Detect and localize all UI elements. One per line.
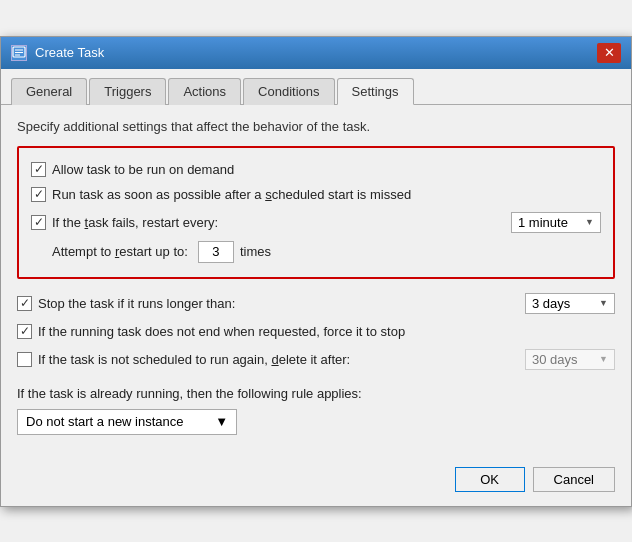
tab-general[interactable]: General (11, 78, 87, 105)
allow-demand-row: Allow task to be run on demand (31, 158, 601, 181)
stop-long-checkbox[interactable] (17, 296, 32, 311)
rule-select[interactable]: Do not start a new instance ▼ (17, 409, 237, 435)
restart-interval-control: 1 minute ▼ (511, 212, 601, 233)
delete-after-control: 30 days ▼ (525, 349, 615, 370)
tab-actions[interactable]: Actions (168, 78, 241, 105)
title-bar-left: Create Task (11, 45, 104, 61)
force-stop-label: If the running task does not end when re… (38, 324, 405, 339)
close-button[interactable]: ✕ (597, 43, 621, 63)
restart-fails-label: If the task fails, restart every: (52, 215, 218, 230)
delete-underline: d (271, 352, 278, 367)
highlighted-settings-group: Allow task to be run on demand Run task … (17, 146, 615, 279)
restart-interval-value: 1 minute (518, 215, 568, 230)
delete-after-arrow: ▼ (599, 354, 608, 364)
run-missed-checkbox[interactable] (31, 187, 46, 202)
delete-after-checkbox[interactable] (17, 352, 32, 367)
delete-after-row: If the task is not scheduled to run agai… (17, 345, 615, 374)
delete-after-label: If the task is not scheduled to run agai… (38, 352, 350, 367)
stop-long-value: 3 days (532, 296, 570, 311)
rule-select-value: Do not start a new instance (26, 414, 184, 429)
run-missed-label: Run task as soon as possible after a sch… (52, 187, 411, 202)
restart-interval-select[interactable]: 1 minute ▼ (511, 212, 601, 233)
force-stop-checkbox[interactable] (17, 324, 32, 339)
restart-attempt-input[interactable] (198, 241, 234, 263)
delete-after-value: 30 days (532, 352, 578, 367)
title-text: Create Task (35, 45, 104, 60)
tab-bar: General Triggers Actions Conditions Sett… (1, 69, 631, 105)
dialog-footer: OK Cancel (1, 457, 631, 506)
stop-long-wrap: Stop the task if it runs longer than: (17, 296, 515, 311)
run-missed-row: Run task as soon as possible after a sch… (31, 183, 601, 206)
restart-interval-arrow: ▼ (585, 217, 594, 227)
stop-long-arrow: ▼ (599, 298, 608, 308)
stop-long-select[interactable]: 3 days ▼ (525, 293, 615, 314)
rule-select-arrow: ▼ (215, 414, 228, 429)
description-text: Specify additional settings that affect … (17, 119, 615, 134)
restart-attempt-control: times (198, 241, 271, 263)
run-missed-wrap: Run task as soon as possible after a sch… (31, 187, 601, 202)
create-task-dialog: Create Task ✕ General Triggers Actions C… (0, 36, 632, 507)
tab-settings[interactable]: Settings (337, 78, 414, 105)
title-bar: Create Task ✕ (1, 37, 631, 69)
rule-label: If the task is already running, then the… (17, 380, 615, 405)
force-stop-wrap: If the running task does not end when re… (17, 324, 615, 339)
restart-underline: r (115, 244, 119, 259)
allow-demand-wrap: Allow task to be run on demand (31, 162, 601, 177)
tab-triggers[interactable]: Triggers (89, 78, 166, 105)
allow-demand-checkbox[interactable] (31, 162, 46, 177)
ok-button[interactable]: OK (455, 467, 525, 492)
delete-after-wrap: If the task is not scheduled to run agai… (17, 352, 515, 367)
run-missed-underline: s (265, 187, 272, 202)
delete-after-select: 30 days ▼ (525, 349, 615, 370)
tab-conditions[interactable]: Conditions (243, 78, 334, 105)
restart-fails-wrap: If the task fails, restart every: (31, 215, 501, 230)
cancel-button[interactable]: Cancel (533, 467, 615, 492)
rule-dropdown-row: Do not start a new instance ▼ (17, 405, 615, 443)
stop-long-label: Stop the task if it runs longer than: (38, 296, 235, 311)
stop-long-control: 3 days ▼ (525, 293, 615, 314)
allow-demand-label: Allow task to be run on demand (52, 162, 234, 177)
task-icon (11, 45, 27, 61)
restart-attempt-row: Attempt to restart up to: times (31, 237, 601, 267)
restart-task-underline: t (85, 215, 89, 230)
restart-fails-checkbox[interactable] (31, 215, 46, 230)
restart-attempt-suffix: times (240, 244, 271, 259)
force-stop-row: If the running task does not end when re… (17, 320, 615, 343)
restart-fails-row: If the task fails, restart every: 1 minu… (31, 208, 601, 237)
stop-long-row: Stop the task if it runs longer than: 3 … (17, 289, 615, 318)
settings-content: Specify additional settings that affect … (1, 105, 631, 457)
restart-attempt-label: Attempt to restart up to: (52, 244, 188, 259)
